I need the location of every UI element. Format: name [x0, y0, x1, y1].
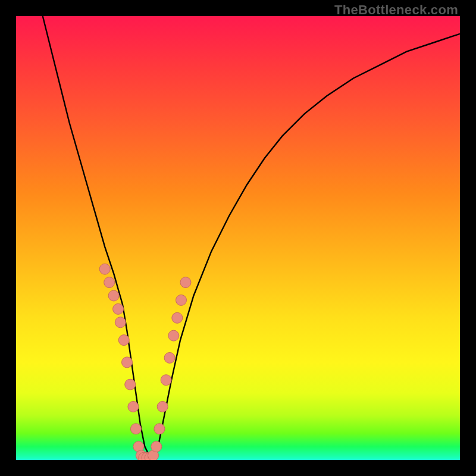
- marker-dot: [115, 317, 126, 328]
- marker-dot: [164, 352, 175, 363]
- marker-dot: [125, 379, 136, 390]
- chart-svg: [16, 16, 460, 460]
- marker-dot: [118, 335, 129, 346]
- plot-area: [16, 16, 460, 460]
- marker-dot: [172, 312, 183, 323]
- marker-dot: [161, 375, 171, 386]
- marker-dot: [176, 295, 187, 305]
- marker-dot: [108, 290, 119, 301]
- marker-dot: [99, 264, 110, 274]
- watermark-text: TheBottleneck.com: [334, 2, 458, 18]
- marker-dot: [128, 401, 139, 412]
- marker-dot: [157, 401, 168, 412]
- marker-dot: [180, 277, 191, 288]
- marker-group: [99, 264, 191, 460]
- marker-dot: [168, 330, 179, 341]
- marker-dot: [122, 357, 133, 368]
- marker-dot: [104, 277, 115, 288]
- marker-dot: [130, 424, 141, 434]
- chart-frame: TheBottleneck.com: [0, 0, 476, 476]
- bottleneck-curve: [43, 16, 460, 456]
- marker-dot: [113, 303, 124, 314]
- marker-dot: [154, 424, 165, 434]
- marker-dot: [151, 441, 162, 452]
